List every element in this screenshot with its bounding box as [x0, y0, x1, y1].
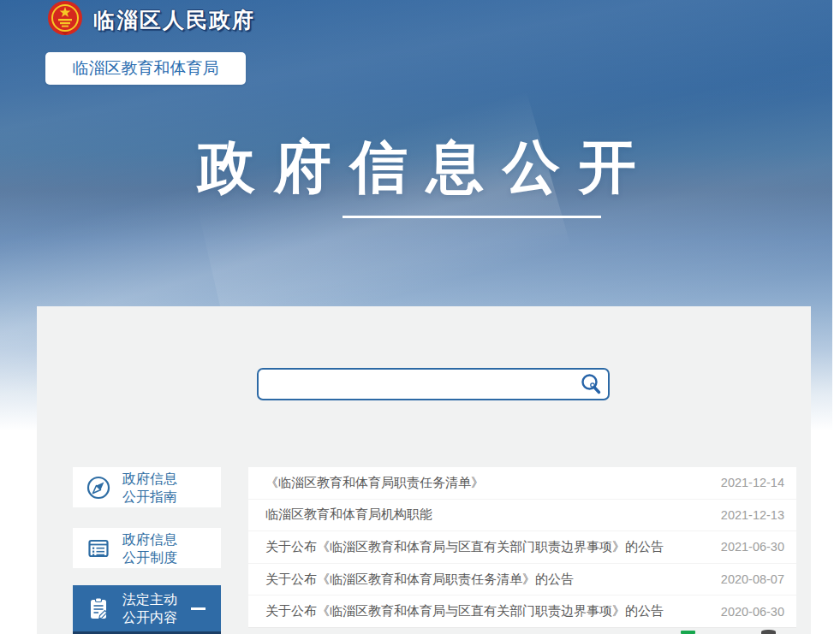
ledger-icon [86, 536, 111, 561]
article-date: 2020-08-07 [721, 572, 784, 586]
search-button[interactable] [574, 370, 608, 399]
page-title: 政府信息公开 [0, 128, 832, 206]
site-name: 临淄区人民政府 [93, 6, 255, 34]
sidebar-item-label: 政府信息公开指南 [122, 470, 177, 506]
article-date: 2021-12-14 [721, 476, 784, 489]
compass-icon [86, 475, 111, 501]
list-item: 关于公布《临淄区教育和体育局职责任务清单》的公告 2020-08-07 [248, 564, 796, 596]
magnifier-icon [580, 373, 602, 395]
sidebar-item-label: 法定主动公开内容 [122, 590, 177, 626]
sidebar-item-label: 政府信息公开制度 [122, 530, 177, 566]
article-link[interactable]: 关于公布《临淄区教育和体育局职责任务清单》的公告 [265, 572, 574, 588]
list-item: 临淄区教育和体育局机构职能 2021-12-13 [248, 500, 796, 532]
page: 临淄区人民政府 临淄区教育和体育局 政府信息公开 政府信息公开指南 [0, 0, 840, 634]
article-date: 2020-06-30 [721, 605, 784, 619]
article-list: 《临淄区教育和体育局职责任务清单》 2021-12-14 临淄区教育和体育局机构… [248, 467, 796, 628]
list-item: 关于公布《临淄区教育和体育局与区直有关部门职责边界事项》的公告 2020-06-… [248, 595, 796, 628]
bottom-widget-dark-icon [761, 630, 776, 634]
list-item: 关于公布《临淄区教育和体育局与区直有关部门职责边界事项》的公告 2021-06-… [248, 531, 796, 564]
department-button[interactable]: 临淄区教育和体育局 [45, 52, 246, 85]
site-logo[interactable]: 临淄区人民政府 [45, 0, 255, 39]
article-link[interactable]: 关于公布《临淄区教育和体育局与区直有关部门职责边界事项》的公告 [265, 603, 664, 619]
article-date: 2021-12-13 [721, 508, 784, 522]
search-input[interactable] [259, 370, 574, 399]
list-item: 《临淄区教育和体育局职责任务清单》 2021-12-14 [248, 467, 796, 500]
minus-icon [191, 607, 206, 610]
national-emblem-icon [45, 0, 85, 39]
clipboard-pen-icon [86, 595, 111, 621]
article-link[interactable]: 临淄区教育和体育局机构职能 [265, 507, 432, 523]
article-date: 2021-06-30 [721, 540, 784, 554]
article-link[interactable]: 《临淄区教育和体育局职责任务清单》 [265, 475, 484, 491]
sidebar-item-guide[interactable]: 政府信息公开指南 [73, 467, 221, 507]
search-box [257, 368, 610, 400]
bottom-widget-green-icon [681, 631, 695, 634]
title-underline [343, 216, 601, 218]
sidebar-item-legal-disclosure[interactable]: 法定主动公开内容 [73, 585, 221, 631]
article-link[interactable]: 关于公布《临淄区教育和体育局与区直有关部门职责边界事项》的公告 [265, 539, 664, 555]
sidebar-item-system[interactable]: 政府信息公开制度 [73, 528, 221, 568]
